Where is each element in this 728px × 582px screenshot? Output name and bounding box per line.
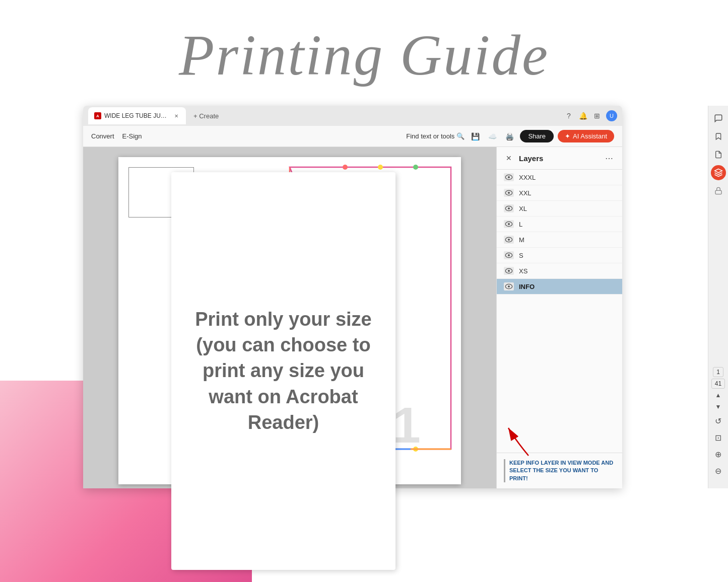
user-avatar[interactable]: U [606,110,617,121]
apps-icon[interactable]: ⊞ [592,111,602,121]
callout-text: KEEP INFO LAYER IN VIEW MODE AND SELECT … [504,459,615,482]
layers-panel: ✕ Layers ⋯ XXXL [496,147,622,488]
layer-name: XL [519,205,527,212]
layers-icon[interactable] [711,165,726,180]
layer-eye-icon[interactable] [504,282,514,290]
browser-tab-bar: A WIDE LEG TUBE JUMP... ✕ + Create ? 🔔 ⊞… [83,106,622,126]
upload-icon[interactable]: ☁️ [486,130,499,143]
browser-toolbar: Convert E-Sign Find text or tools 🔍 💾 ☁️… [83,126,622,147]
svg-point-2 [343,165,348,170]
svg-point-34 [508,285,510,287]
svg-marker-36 [714,169,722,173]
layers-close-button[interactable]: ✕ [504,153,514,163]
browser-window: A WIDE LEG TUBE JUMP... ✕ + Create ? 🔔 ⊞… [83,106,622,488]
total-pages: 41 [711,379,725,389]
bookmarks-icon[interactable] [711,129,726,144]
tab-close-button[interactable]: ✕ [173,112,180,119]
svg-point-24 [508,207,510,209]
current-page: 1 [713,367,723,377]
svg-point-22 [508,192,510,194]
svg-point-26 [508,223,510,225]
layer-eye-icon[interactable] [504,189,514,197]
zoom-in-icon[interactable]: ⊕ [711,447,726,462]
refresh-icon[interactable]: ↺ [711,413,726,428]
layer-item[interactable]: XL [497,201,622,216]
layers-list: XXXL XXL XL [497,170,622,453]
svg-point-28 [508,239,510,241]
main-title: Printing Guide [179,22,549,89]
zoom-out-icon[interactable]: ⊖ [711,463,726,478]
esign-menu[interactable]: E-Sign [122,132,142,140]
layer-name: XXXL [519,174,536,181]
svg-point-4 [413,165,418,170]
layer-item[interactable]: M [497,232,622,248]
layer-name: L [519,221,522,228]
zoom-fit-icon[interactable]: ⊡ [711,430,726,445]
comments-icon[interactable] [711,111,726,126]
search-icon: 🔍 [456,132,465,140]
tab-title: WIDE LEG TUBE JUMP... [104,112,170,119]
ai-assistant-button[interactable]: ✦ AI Assistant [558,130,614,142]
layers-header: ✕ Layers ⋯ [497,147,622,170]
ai-icon: ✦ [565,132,570,140]
layer-eye-icon[interactable] [504,173,514,181]
layer-name: XXL [519,189,532,197]
toolbar-search-area: Find text or tools 🔍 💾 ☁️ 🖨️ Share ✦ AI … [406,130,614,143]
layers-header-left: ✕ Layers [504,153,543,163]
new-tab-button[interactable]: + Create [188,110,224,122]
layers-more-button[interactable]: ⋯ [603,152,615,164]
page-down-button[interactable]: ▼ [713,402,723,412]
browser-actions: ? 🔔 ⊞ U [564,110,617,121]
page-up-button[interactable]: ▲ [713,390,723,400]
layer-eye-icon[interactable] [504,236,514,244]
layer-item[interactable]: L [497,216,622,232]
layer-name: S [519,252,523,259]
search-text[interactable]: Find text or tools 🔍 [406,132,465,140]
layers-panel-title: Layers [519,154,543,163]
tab-favicon: A [94,112,101,119]
layer-eye-icon[interactable] [504,251,514,259]
export-icon[interactable] [711,147,726,162]
layer-item[interactable]: XXL [497,185,622,201]
callout-arrow [501,425,536,458]
right-sidebar: 1 41 ▲ ▼ ↺ ⊡ ⊕ ⊖ [708,106,728,488]
layer-item[interactable]: S [497,248,622,263]
notification-icon[interactable]: 🔔 [578,111,588,121]
layer-name: INFO [519,283,535,290]
svg-point-20 [508,176,510,178]
print-guide-text: Print only your size (you can choose to … [171,292,395,451]
layer-name: XS [519,267,527,275]
title-area: Printing Guide [0,0,728,111]
layer-eye-icon[interactable] [504,220,514,228]
browser-content: A1 Print only your size (you can choose … [83,147,622,488]
layer-item[interactable]: INFO [497,279,622,295]
layer-item[interactable]: XXXL [497,170,622,185]
print-icon[interactable]: 🖨️ [503,130,516,143]
share-button[interactable]: Share [520,130,554,142]
layer-eye-icon[interactable] [504,204,514,212]
print-guide-card: Print only your size (you can choose to … [171,172,395,488]
svg-text:A: A [96,114,99,118]
svg-rect-37 [715,190,721,194]
layer-item[interactable]: XS [497,263,622,279]
page-navigation: 1 41 ▲ ▼ ↺ ⊡ ⊕ ⊖ [711,367,726,483]
lock-icon[interactable] [711,183,726,198]
layer-name: M [519,236,524,244]
svg-point-30 [508,254,510,256]
layers-callout: KEEP INFO LAYER IN VIEW MODE AND SELECT … [497,453,622,488]
svg-point-32 [508,270,510,272]
help-icon[interactable]: ? [564,111,574,121]
browser-tab-active[interactable]: A WIDE LEG TUBE JUMP... ✕ [88,107,186,124]
svg-point-3 [378,165,383,170]
save-icon[interactable]: 💾 [469,130,482,143]
convert-menu[interactable]: Convert [91,132,114,140]
layer-eye-icon[interactable] [504,267,514,275]
